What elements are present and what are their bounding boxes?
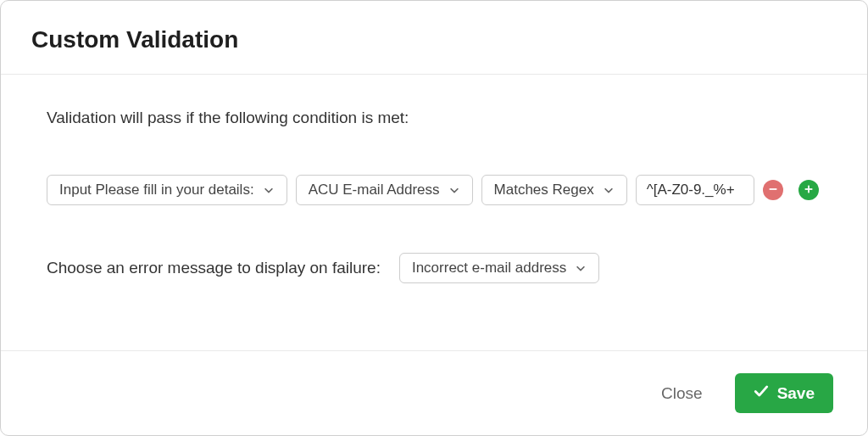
field-select-label: ACU E-mail Address bbox=[309, 182, 440, 198]
save-button-label: Save bbox=[777, 384, 815, 403]
error-message-select-label: Incorrect e-mail address bbox=[412, 260, 566, 277]
save-button[interactable]: Save bbox=[735, 373, 833, 413]
error-message-label: Choose an error message to display on fa… bbox=[47, 259, 381, 277]
plus-icon bbox=[803, 183, 815, 198]
condition-description: Validation will pass if the following co… bbox=[47, 109, 821, 127]
modal-title: Custom Validation bbox=[31, 26, 837, 53]
operator-select-label: Matches Regex bbox=[494, 182, 594, 198]
chevron-down-icon bbox=[448, 184, 460, 196]
chevron-down-icon bbox=[575, 262, 587, 274]
modal-header: Custom Validation bbox=[1, 1, 867, 75]
condition-row: Input Please fill in your details: ACU E… bbox=[47, 175, 821, 205]
error-message-select[interactable]: Incorrect e-mail address bbox=[399, 253, 599, 283]
add-condition-button[interactable] bbox=[798, 180, 819, 200]
close-button[interactable]: Close bbox=[653, 377, 711, 410]
modal-footer: Close Save bbox=[1, 350, 867, 435]
check-icon bbox=[754, 383, 769, 403]
field-select[interactable]: ACU E-mail Address bbox=[296, 175, 473, 205]
source-select[interactable]: Input Please fill in your details: bbox=[47, 175, 287, 205]
chevron-down-icon bbox=[263, 184, 275, 196]
operator-select[interactable]: Matches Regex bbox=[481, 175, 627, 205]
minus-icon bbox=[767, 183, 779, 198]
svg-rect-2 bbox=[804, 188, 812, 190]
chevron-down-icon bbox=[603, 184, 615, 196]
regex-value-input[interactable] bbox=[636, 175, 754, 205]
source-select-label: Input Please fill in your details: bbox=[59, 182, 254, 198]
remove-condition-button[interactable] bbox=[763, 180, 783, 200]
svg-rect-0 bbox=[769, 188, 776, 190]
error-message-row: Choose an error message to display on fa… bbox=[47, 253, 821, 283]
modal-body: Validation will pass if the following co… bbox=[1, 75, 867, 350]
custom-validation-modal: Custom Validation Validation will pass i… bbox=[0, 0, 868, 436]
